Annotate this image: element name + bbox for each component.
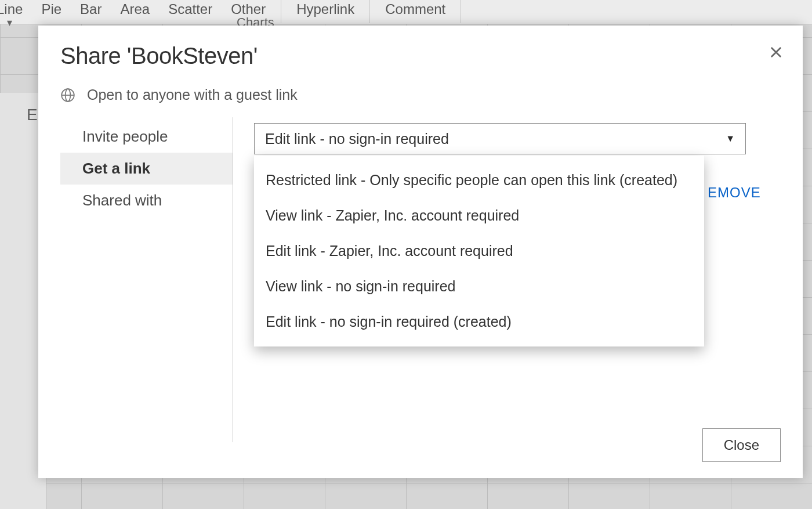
sidebar-item-get-a-link[interactable]: Get a link — [60, 153, 233, 185]
ribbon-separator — [369, 0, 370, 23]
ribbon-charts-group: Line Pie Bar Area Scatter Other Hyperlin… — [0, 0, 812, 24]
ribbon-item-hyperlink[interactable]: Hyperlink — [296, 0, 354, 17]
ribbon-item-scatter[interactable]: Scatter — [168, 0, 212, 17]
link-option-view-nosignin[interactable]: View link - no sign-in required — [254, 269, 704, 304]
ribbon-item-area[interactable]: Area — [120, 0, 150, 17]
dialog-title: Share 'BookSteven' — [60, 43, 781, 69]
ribbon-item-line[interactable]: Line — [0, 0, 23, 17]
close-button[interactable]: Close — [702, 428, 781, 462]
ribbon-item-bar[interactable]: Bar — [80, 0, 102, 17]
link-type-selected-value: Edit link - no sign-in required — [265, 131, 449, 147]
share-dialog: Share 'BookSteven' Open to anyone with a… — [38, 26, 803, 478]
link-type-select[interactable]: Edit link - no sign-in required ▼ — [254, 123, 746, 154]
share-status-line: Open to anyone with a guest link — [60, 86, 781, 103]
column-label-e: E — [27, 106, 38, 124]
dialog-main: Edit link - no sign-in required ▼ EMOVE … — [233, 117, 781, 442]
chevron-down-icon: ▼ — [726, 133, 735, 144]
link-option-view-account[interactable]: View link - Zapier, Inc. account require… — [254, 198, 704, 233]
ribbon-separator — [281, 0, 281, 23]
link-type-dropdown: Restricted link - Only specific people c… — [254, 156, 704, 346]
globe-icon — [60, 88, 75, 103]
share-status-text: Open to anyone with a guest link — [87, 86, 298, 103]
link-option-edit-nosignin[interactable]: Edit link - no sign-in required (created… — [254, 304, 704, 340]
remove-link-button-partial[interactable]: EMOVE — [708, 185, 761, 201]
close-icon[interactable] — [766, 42, 786, 63]
link-option-edit-account[interactable]: Edit link - Zapier, Inc. account require… — [254, 233, 704, 269]
ribbon-item-pie[interactable]: Pie — [41, 0, 61, 17]
sidebar-item-invite-people[interactable]: Invite people — [60, 121, 233, 153]
dialog-sidebar: Invite people Get a link Shared with — [60, 117, 233, 442]
chevron-down-icon[interactable]: ▾ — [7, 16, 12, 29]
ribbon-item-comment[interactable]: Comment — [385, 0, 445, 17]
link-option-restricted[interactable]: Restricted link - Only specific people c… — [254, 163, 704, 198]
sidebar-item-shared-with[interactable]: Shared with — [60, 185, 233, 216]
ribbon-separator — [461, 0, 461, 23]
